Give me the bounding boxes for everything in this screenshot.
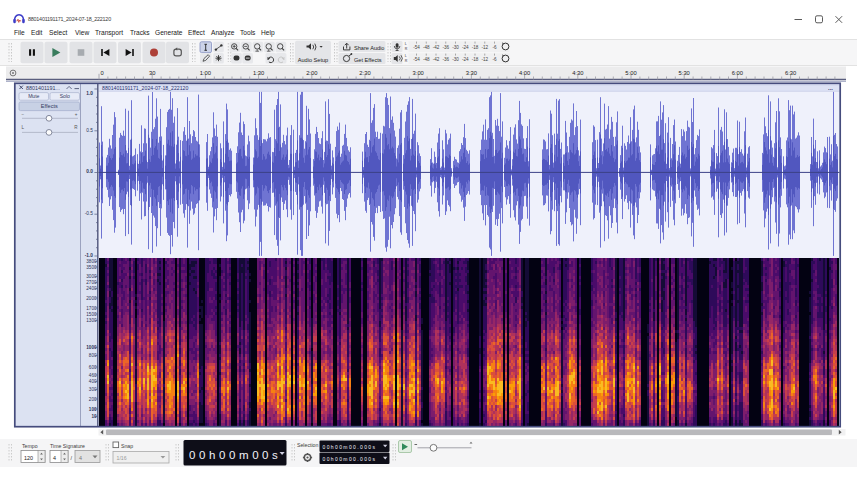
svg-text:Selection: Selection — [297, 442, 318, 448]
svg-text:0 0 h 0 0 m 0 0 s: 0 0 h 0 0 m 0 0 s — [189, 449, 278, 461]
svg-text:Tempo: Tempo — [22, 443, 38, 449]
svg-text:-1.0: -1.0 — [85, 253, 94, 258]
svg-text:0.0: 0.0 — [86, 169, 93, 174]
svg-text:6:00: 6:00 — [732, 70, 743, 76]
svg-text:4:00: 4:00 — [519, 70, 530, 76]
svg-text:Snap: Snap — [121, 443, 133, 449]
svg-text:Mute: Mute — [28, 93, 39, 99]
svg-text:Audio Setup: Audio Setup — [298, 57, 328, 63]
svg-text:0: 0 — [101, 70, 104, 76]
svg-text:Share Audio: Share Audio — [354, 45, 384, 51]
svg-text:-48: -48 — [423, 57, 430, 62]
svg-text:6:30: 6:30 — [785, 70, 796, 76]
svg-text:Tools: Tools — [240, 29, 256, 36]
svg-text:-6: -6 — [492, 57, 497, 62]
svg-text:1.0: 1.0 — [86, 91, 93, 96]
svg-text:R: R — [405, 59, 408, 63]
svg-text:-42: -42 — [433, 57, 440, 62]
svg-text:1:00: 1:00 — [200, 70, 211, 76]
svg-text:-18: -18 — [472, 57, 479, 62]
svg-text:Transport: Transport — [95, 29, 123, 37]
svg-text:-18: -18 — [472, 45, 479, 50]
svg-text:Edit: Edit — [31, 29, 43, 36]
svg-text:-30: -30 — [452, 57, 459, 62]
svg-text:3:30: 3:30 — [466, 70, 477, 76]
svg-text:L: L — [405, 54, 407, 58]
svg-text:0 0 h 0 0 m 0 0 . 0 0 0 s: 0 0 h 0 0 m 0 0 . 0 0 0 s — [323, 456, 376, 462]
svg-text:4:30: 4:30 — [572, 70, 583, 76]
svg-text:-24: -24 — [462, 45, 469, 50]
svg-text:-36: -36 — [442, 57, 449, 62]
svg-text:L: L — [22, 125, 25, 130]
svg-text:-24: -24 — [462, 57, 469, 62]
svg-text:File: File — [14, 29, 25, 36]
svg-text:Get Effects: Get Effects — [354, 57, 382, 63]
svg-text:Analyze: Analyze — [211, 29, 235, 37]
svg-text:+: + — [75, 112, 78, 117]
svg-text:−: − — [22, 112, 25, 117]
svg-text:-48: -48 — [423, 45, 430, 50]
svg-text:...: ... — [828, 85, 833, 91]
svg-text:-6: -6 — [492, 45, 497, 50]
svg-text:0.5: 0.5 — [86, 128, 93, 133]
svg-text:8801401191171_2024-07-18_22212: 8801401191171_2024-07-18_222120 — [102, 85, 188, 91]
svg-text:5:00: 5:00 — [625, 70, 636, 76]
svg-text:Time Signature: Time Signature — [50, 443, 85, 449]
svg-text:Generate: Generate — [155, 29, 183, 36]
svg-text:5:30: 5:30 — [679, 70, 690, 76]
svg-text:-54: -54 — [413, 45, 420, 50]
svg-text:Tracks: Tracks — [130, 29, 150, 36]
svg-text:-12: -12 — [481, 45, 488, 50]
svg-text:Effect: Effect — [188, 29, 205, 36]
svg-text:Select: Select — [49, 29, 67, 36]
svg-text:0 0 h 0 0 m 0 0 . 0 0 0 s: 0 0 h 0 0 m 0 0 . 0 0 0 s — [323, 444, 376, 450]
svg-text:-42: -42 — [433, 45, 440, 50]
svg-text:30: 30 — [149, 70, 155, 76]
svg-text:8801401191...: 8801401191... — [26, 85, 60, 91]
svg-text:4: 4 — [79, 455, 82, 461]
svg-text:L: L — [405, 42, 407, 46]
svg-text:Solo: Solo — [60, 93, 70, 99]
svg-text:120: 120 — [24, 455, 33, 461]
svg-text:Help: Help — [261, 29, 275, 37]
svg-text:1/16: 1/16 — [117, 455, 127, 461]
svg-text:1:30: 1:30 — [253, 70, 264, 76]
svg-text:-36: -36 — [442, 45, 449, 50]
svg-text:-30: -30 — [452, 45, 459, 50]
svg-text:R: R — [405, 47, 408, 51]
svg-text:View: View — [75, 29, 89, 36]
svg-text:2:00: 2:00 — [306, 70, 317, 76]
svg-text:-12: -12 — [481, 57, 488, 62]
svg-text:2:30: 2:30 — [359, 70, 370, 76]
svg-text:Effects: Effects — [41, 103, 58, 109]
svg-text:3:00: 3:00 — [413, 70, 424, 76]
svg-text:-54: -54 — [413, 57, 420, 62]
svg-text:4: 4 — [53, 455, 56, 461]
svg-text:8801401191171_2024-07-18_22212: 8801401191171_2024-07-18_222120 — [28, 16, 111, 22]
svg-text:-0.5: -0.5 — [85, 211, 94, 216]
